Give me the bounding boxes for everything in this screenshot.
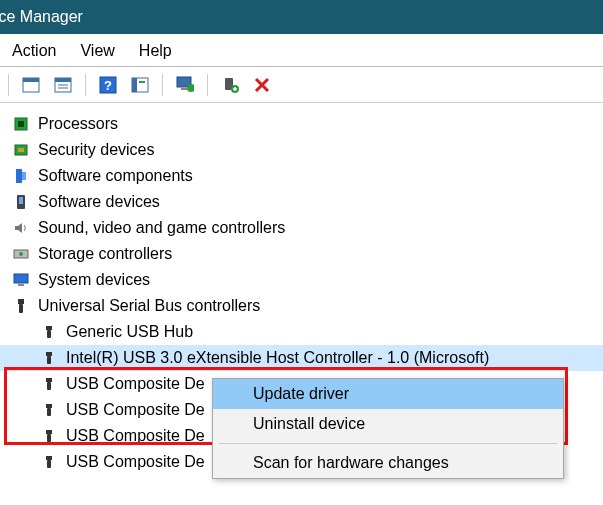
svg-rect-19 bbox=[18, 148, 24, 152]
svg-rect-33 bbox=[47, 356, 51, 364]
device-add-icon bbox=[221, 76, 239, 94]
tree-node-storage[interactable]: Storage controllers bbox=[0, 241, 603, 267]
node-label: System devices bbox=[38, 267, 150, 293]
toolbar-detail-button[interactable] bbox=[126, 72, 154, 98]
node-label: Security devices bbox=[38, 137, 155, 163]
usb-icon bbox=[40, 375, 58, 393]
node-label: USB Composite De bbox=[66, 423, 205, 449]
window-title: evice Manager bbox=[0, 8, 83, 25]
detail-icon bbox=[131, 76, 149, 94]
node-label: USB Composite De bbox=[66, 449, 205, 475]
svg-rect-9 bbox=[132, 78, 137, 92]
menu-view[interactable]: View bbox=[80, 42, 114, 60]
svg-rect-1 bbox=[23, 78, 39, 82]
svg-rect-39 bbox=[47, 434, 51, 442]
context-menu: Update driver Uninstall device Scan for … bbox=[212, 378, 564, 479]
svg-rect-27 bbox=[18, 284, 24, 286]
tree-node-system[interactable]: System devices bbox=[0, 267, 603, 293]
tree-node-software-components[interactable]: Software components bbox=[0, 163, 603, 189]
toolbar-separator bbox=[207, 74, 208, 96]
svg-rect-21 bbox=[22, 172, 26, 180]
node-label: Generic USB Hub bbox=[66, 319, 193, 345]
context-menu-separator bbox=[219, 443, 557, 444]
toolbar-separator bbox=[162, 74, 163, 96]
tree-node-processors[interactable]: Processors bbox=[0, 111, 603, 137]
computer-icon bbox=[12, 271, 30, 289]
tree-node-generic-usb-hub[interactable]: Generic USB Hub bbox=[0, 319, 603, 345]
svg-rect-12 bbox=[181, 88, 187, 90]
toolbar-add-button[interactable] bbox=[216, 72, 244, 98]
speaker-icon bbox=[12, 219, 30, 237]
node-label: USB Composite De bbox=[66, 371, 205, 397]
svg-rect-41 bbox=[47, 460, 51, 468]
svg-point-25 bbox=[19, 252, 23, 256]
svg-rect-26 bbox=[14, 274, 28, 283]
usb-icon bbox=[40, 401, 58, 419]
svg-rect-17 bbox=[18, 121, 24, 127]
usb-icon bbox=[40, 349, 58, 367]
node-label: Intel(R) USB 3.0 eXtensible Host Control… bbox=[66, 345, 489, 371]
security-chip-icon bbox=[12, 141, 30, 159]
svg-rect-23 bbox=[19, 197, 23, 204]
toolbar-separator bbox=[85, 74, 86, 96]
svg-rect-31 bbox=[47, 330, 51, 338]
svg-rect-32 bbox=[46, 352, 52, 356]
title-bar: evice Manager bbox=[0, 0, 603, 34]
tree-node-security[interactable]: Security devices bbox=[0, 137, 603, 163]
node-label: USB Composite De bbox=[66, 397, 205, 423]
toolbar-properties-button[interactable] bbox=[17, 72, 45, 98]
svg-rect-40 bbox=[46, 456, 52, 460]
svg-rect-30 bbox=[46, 326, 52, 330]
toolbar: ? bbox=[0, 67, 603, 103]
help-icon: ? bbox=[99, 76, 117, 94]
toolbar-scan-button[interactable] bbox=[171, 72, 199, 98]
svg-rect-36 bbox=[46, 404, 52, 408]
context-menu-scan-hardware[interactable]: Scan for hardware changes bbox=[213, 448, 563, 478]
context-menu-update-driver[interactable]: Update driver bbox=[213, 379, 563, 409]
storage-icon bbox=[12, 245, 30, 263]
node-label: Software components bbox=[38, 163, 193, 189]
cpu-icon bbox=[12, 115, 30, 133]
svg-rect-3 bbox=[55, 78, 71, 82]
component-icon bbox=[12, 167, 30, 185]
usb-icon bbox=[40, 453, 58, 471]
svg-rect-28 bbox=[18, 299, 24, 304]
node-label: Universal Serial Bus controllers bbox=[38, 293, 260, 319]
toolbar-list-button[interactable] bbox=[49, 72, 77, 98]
svg-rect-34 bbox=[46, 378, 52, 382]
node-label: Software devices bbox=[38, 189, 160, 215]
toolbar-help-button[interactable]: ? bbox=[94, 72, 122, 98]
toolbar-remove-button[interactable] bbox=[248, 72, 276, 98]
tree-node-intel-usb-xhci[interactable]: Intel(R) USB 3.0 eXtensible Host Control… bbox=[0, 345, 603, 371]
node-label: Storage controllers bbox=[38, 241, 172, 267]
context-menu-uninstall-device[interactable]: Uninstall device bbox=[213, 409, 563, 439]
svg-rect-29 bbox=[19, 304, 23, 313]
tree-node-sound[interactable]: Sound, video and game controllers bbox=[0, 215, 603, 241]
node-label: Sound, video and game controllers bbox=[38, 215, 285, 241]
svg-rect-10 bbox=[139, 81, 145, 83]
panel-icon bbox=[22, 76, 40, 94]
usb-icon bbox=[40, 427, 58, 445]
svg-rect-37 bbox=[47, 408, 51, 416]
list-icon bbox=[54, 76, 72, 94]
toolbar-separator bbox=[8, 74, 9, 96]
menu-action[interactable]: Action bbox=[12, 42, 56, 60]
usb-icon bbox=[12, 297, 30, 315]
svg-text:?: ? bbox=[104, 78, 112, 93]
svg-rect-20 bbox=[16, 169, 22, 183]
menu-help[interactable]: Help bbox=[139, 42, 172, 60]
tree-node-software-devices[interactable]: Software devices bbox=[0, 189, 603, 215]
svg-rect-38 bbox=[46, 430, 52, 434]
menu-bar: Action View Help bbox=[0, 34, 603, 67]
tree-node-usb-controllers[interactable]: Universal Serial Bus controllers bbox=[0, 293, 603, 319]
monitor-refresh-icon bbox=[176, 76, 194, 94]
device-icon bbox=[12, 193, 30, 211]
x-icon bbox=[253, 76, 271, 94]
svg-rect-35 bbox=[47, 382, 51, 390]
node-label: Processors bbox=[38, 111, 118, 137]
usb-icon bbox=[40, 323, 58, 341]
